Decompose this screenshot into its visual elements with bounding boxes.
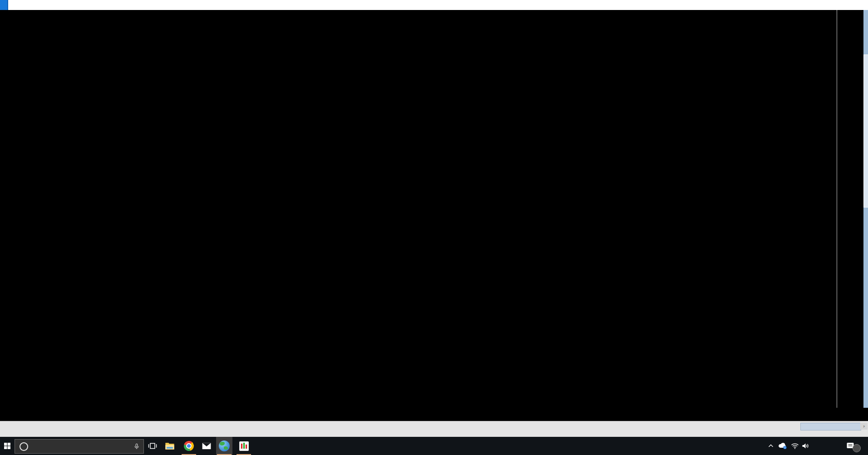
chart-canvas[interactable] bbox=[0, 10, 837, 408]
cloud-sync-icon bbox=[778, 442, 788, 450]
bidask-volume-label bbox=[1, 239, 5, 246]
chrome-icon bbox=[183, 440, 195, 452]
chartbook-tab[interactable] bbox=[0, 0, 8, 10]
chart-app-icon bbox=[239, 441, 249, 451]
horizontal-scrollbar[interactable] bbox=[800, 423, 861, 430]
file-explorer-button[interactable] bbox=[162, 437, 178, 455]
price-scale[interactable] bbox=[837, 10, 864, 420]
bidask-volume-digits bbox=[28, 239, 686, 246]
speaker-icon bbox=[802, 443, 810, 449]
microphone-icon[interactable] bbox=[133, 443, 140, 450]
action-center-button[interactable] bbox=[843, 437, 863, 455]
search-input[interactable] bbox=[32, 443, 133, 450]
windows-taskbar bbox=[0, 437, 868, 455]
chevron-up-icon bbox=[768, 444, 774, 448]
tray-expand-button[interactable] bbox=[765, 437, 776, 455]
taskbar-clock[interactable] bbox=[811, 437, 839, 455]
window-title-bar bbox=[0, 0, 868, 10]
wifi-icon bbox=[791, 443, 799, 449]
cortana-icon bbox=[20, 442, 28, 451]
mail-button[interactable] bbox=[198, 437, 215, 455]
delta-pane-label bbox=[1, 247, 23, 254]
task-view-icon bbox=[148, 442, 157, 450]
task-view-button[interactable] bbox=[144, 437, 161, 455]
active-app-button[interactable] bbox=[216, 437, 232, 455]
vertical-scrollbar-thumb[interactable] bbox=[863, 54, 868, 208]
chrome-button[interactable] bbox=[181, 437, 197, 455]
sierra-chart-button[interactable] bbox=[236, 437, 252, 455]
onedrive-tray-button[interactable] bbox=[776, 437, 789, 455]
globe-icon bbox=[219, 440, 230, 451]
scroll-right-arrow[interactable]: › bbox=[860, 423, 868, 430]
start-button[interactable] bbox=[0, 437, 15, 455]
taskbar-search-box[interactable] bbox=[15, 439, 144, 454]
chart-tab-bar bbox=[0, 421, 868, 437]
windows-logo-icon bbox=[4, 442, 11, 450]
time-axis[interactable] bbox=[0, 408, 868, 421]
volume-tray-button[interactable] bbox=[800, 437, 812, 455]
mail-icon bbox=[202, 442, 212, 450]
file-explorer-icon bbox=[165, 442, 175, 450]
trading-app-screen: › bbox=[0, 0, 868, 455]
vertical-scrollbar[interactable] bbox=[863, 10, 868, 420]
macd-pane-label bbox=[1, 346, 23, 352]
notification-badge bbox=[853, 444, 861, 452]
wifi-tray-button[interactable] bbox=[789, 437, 801, 455]
